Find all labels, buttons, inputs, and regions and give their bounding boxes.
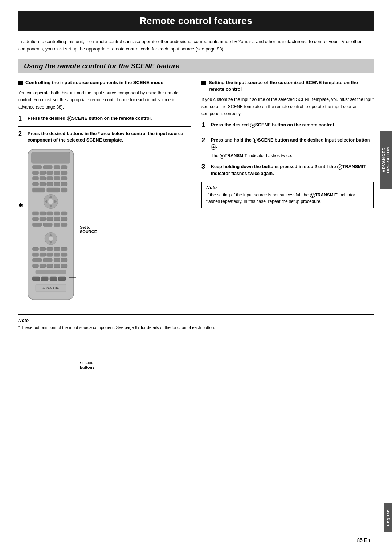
remote-image-area: ✱ [25,148,191,302]
bullet-icon-right [201,81,206,85]
source-label-bottom: SOURCE [80,229,97,234]
left-step-2: 2 Press the desired buttons in the * are… [18,130,191,144]
circle-v-icon-1: V [220,154,225,159]
circle-a-icon: A [211,144,216,150]
left-column: Controlling the input source components … [18,80,191,307]
svg-rect-58 [33,258,42,262]
svg-rect-57 [61,253,67,256]
svg-rect-65 [54,264,60,268]
svg-rect-51 [54,247,60,251]
source-label: Set to SOURCE [80,178,97,234]
svg-rect-7 [40,171,46,175]
scene-label-top: SCENE [80,361,94,365]
svg-rect-68 [33,277,40,281]
svg-rect-69 [41,277,48,281]
svg-rect-38 [54,217,60,221]
svg-rect-18 [47,182,53,186]
svg-rect-14 [54,176,60,180]
svg-rect-20 [61,182,67,186]
page-title: Remote control features [25,15,367,27]
svg-rect-40 [33,223,42,227]
source-label-top: Set to [80,225,90,229]
circle-f-right-1: F [250,123,255,128]
svg-rect-59 [43,258,52,262]
right-column: Setting the input source of the customiz… [201,80,374,307]
svg-rect-30 [33,212,39,215]
svg-rect-54 [40,253,46,256]
english-tab: English [384,503,392,532]
svg-rect-50 [47,247,53,251]
svg-rect-32 [47,212,53,215]
svg-rect-39 [61,217,67,221]
svg-rect-43 [61,223,67,227]
svg-rect-11 [33,176,39,180]
title-bar: Remote control features [18,11,374,31]
divider-right-1 [201,133,374,133]
intro-paragraph: In addition to controlling this unit, th… [18,38,374,53]
divider-1 [18,126,191,127]
svg-rect-22 [47,188,60,192]
svg-rect-6 [33,171,39,175]
bottom-note-area: Note * These buttons control the input s… [18,314,374,331]
svg-rect-48 [33,247,39,251]
svg-rect-52 [61,247,67,251]
bottom-note-title: Note [18,318,374,323]
step-1-text: Press the desired FSCENE button on the r… [28,115,152,122]
right-step-2: 2 Press and hold the FSCENE button and t… [201,137,374,159]
svg-rect-16 [33,182,39,186]
svg-rect-36 [40,217,46,221]
step-2-subtext: The VTRANSMIT indicator flashes twice. [211,152,374,159]
svg-rect-15 [61,176,67,180]
svg-rect-56 [54,253,60,256]
svg-rect-8 [47,171,53,175]
svg-rect-41 [43,223,52,227]
right-step-3: 3 Keep holding down the buttons pressed … [201,163,374,177]
left-bullet-heading: Controlling the input source components … [18,80,191,86]
svg-rect-1 [32,152,70,163]
bullet-icon [18,81,23,85]
right-step-number-3: 3 [201,163,208,170]
svg-point-45 [49,237,53,241]
right-step-2-text: Press and hold the FSCENE button and the… [211,137,374,159]
svg-rect-64 [47,264,53,268]
svg-text:⊛ YAMAHA: ⊛ YAMAHA [42,286,59,290]
svg-rect-42 [54,223,60,227]
right-step-1-text: Press the desired FSCENE button on the r… [211,122,335,129]
svg-rect-37 [47,217,53,221]
svg-rect-4 [54,166,60,169]
svg-rect-33 [54,212,60,215]
svg-rect-62 [33,264,39,268]
right-heading-text: Setting the input source of the customiz… [209,80,374,93]
svg-rect-3 [43,166,52,169]
step-number-1: 1 [18,115,25,122]
right-step-1: 1 Press the desired FSCENE button on the… [201,122,374,129]
svg-rect-70 [50,277,57,281]
svg-rect-49 [40,247,46,251]
svg-rect-17 [40,182,46,186]
right-step-number-2: 2 [201,137,208,143]
scene-label-bottom: buttons [80,365,94,370]
svg-rect-71 [58,277,66,281]
svg-rect-9 [54,171,60,175]
svg-rect-13 [47,176,53,180]
left-heading-text: Controlling the input source components … [25,80,163,86]
left-step-1: 1 Press the desired FSCENE button on the… [18,115,191,122]
svg-rect-12 [40,176,46,180]
right-bullet-heading: Setting the input source of the customiz… [201,80,374,93]
svg-rect-21 [33,188,45,192]
svg-rect-66 [61,264,67,268]
svg-rect-67 [36,270,66,274]
svg-rect-23 [61,188,67,192]
svg-rect-35 [33,217,39,221]
svg-rect-19 [54,182,60,186]
right-body-text: If you customize the input source of the… [201,96,374,117]
right-step-number-1: 1 [201,122,208,128]
right-note-box: Note If the setting of the input source … [201,182,374,208]
circle-f-right-2: F [253,138,258,143]
remote-image: ⊛ YAMAHA [25,148,76,301]
remote-labels: Set to SOURCE SCENE buttons [80,148,97,301]
svg-rect-63 [40,264,46,268]
svg-rect-10 [61,171,67,175]
note-body: If the setting of the input source is no… [206,192,369,205]
svg-rect-60 [54,258,60,262]
